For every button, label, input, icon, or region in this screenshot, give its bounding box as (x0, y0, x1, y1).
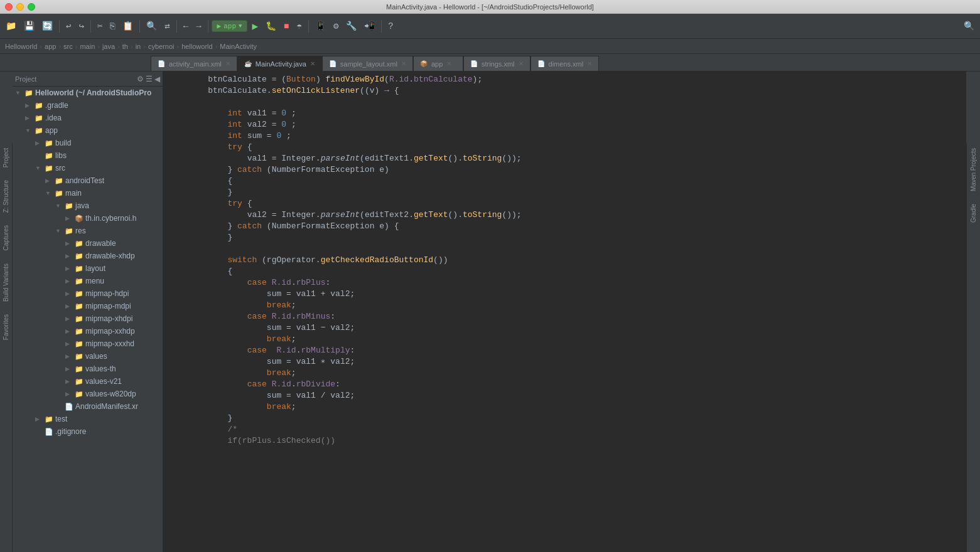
tree-build[interactable]: ▶ 📁 build (13, 137, 163, 149)
tree-drawable-xhdp[interactable]: ▶ 📁 drawable-xhdp (13, 250, 163, 262)
tree-src[interactable]: ▼ 📁 src (13, 162, 163, 174)
tree-values-w820dp[interactable]: ▶ 📁 values-w820dp (13, 388, 163, 400)
toolbar-file-icon[interactable]: 📁 (3, 18, 19, 35)
sidebar-item-structure[interactable]: Z: Structure (3, 180, 9, 213)
bc-cybernoi[interactable]: cybernoi (148, 43, 175, 50)
toolbar-cut-icon[interactable]: ✂ (94, 18, 105, 35)
toolbar-copy-icon[interactable]: ⎘ (107, 18, 118, 35)
tree-mipmap-hdpi[interactable]: ▶ 📁 mipmap-hdpi (13, 287, 163, 300)
toolbar-paste-icon[interactable]: 📋 (119, 18, 136, 35)
code-line: val1 = Integer.parseInt(editText1.getTex… (163, 153, 966, 164)
toolbar-undo-icon[interactable]: ↩ (63, 18, 74, 35)
tree-main[interactable]: ▼ 📁 main (13, 187, 163, 199)
bc-th[interactable]: th (122, 43, 128, 50)
sidebar-item-build-variants[interactable]: Build Variants (3, 263, 9, 302)
sidebar-item-captures[interactable]: Captures (3, 225, 9, 251)
toolbar-save-icon[interactable]: 💾 (21, 18, 38, 35)
tree-mipmap-mdpi[interactable]: ▶ 📁 mipmap-mdpi (13, 300, 163, 312)
tree-menu[interactable]: ▶ 📁 menu (13, 275, 163, 287)
toolbar-redo-icon[interactable]: ↪ (75, 18, 87, 35)
stop-button[interactable]: ■ (281, 18, 292, 35)
bc-helloworld2[interactable]: helloworld (181, 43, 213, 50)
close-tab-app[interactable]: ✕ (446, 60, 451, 67)
sidebar-layout-icon[interactable]: ☰ (146, 75, 153, 83)
tree-gradle[interactable]: ▶ 📁 .gradle (13, 99, 163, 112)
code-line: } catch (NumberFormatException e) { (163, 221, 966, 232)
bc-in[interactable]: in (136, 43, 141, 50)
tree-java[interactable]: ▼ 📁 java (13, 199, 163, 212)
bc-java[interactable]: java (102, 43, 115, 50)
help-button[interactable]: ? (385, 18, 396, 35)
sidebar-item-maven[interactable]: Maven Projects (970, 148, 977, 191)
tree-layout[interactable]: ▶ 📁 layout (13, 262, 163, 275)
window-controls (5, 3, 35, 11)
toolbar-replace-icon[interactable]: ⇄ (161, 18, 173, 35)
sidebar-item-gradle[interactable]: Gradle (970, 204, 977, 223)
coverage-button[interactable]: ☂ (293, 18, 304, 35)
sidebar-gear-icon[interactable]: ⚙ (137, 75, 144, 83)
tab-app[interactable]: 📦 app ✕ (413, 56, 463, 71)
code-editor[interactable]: btnCalculate = (Button) findViewById(R.i… (163, 72, 966, 552)
sidebar-title: Project (15, 75, 36, 83)
sidebar-header: Project ⚙ ☰ ◀ (13, 72, 163, 87)
code-line: int val2 = 0 ; (163, 119, 966, 130)
toolbar-forward-icon[interactable]: → (193, 18, 204, 35)
close-tab-activity-main[interactable]: ✕ (225, 60, 230, 67)
tree-gitignore[interactable]: 📄 .gitignore (13, 425, 163, 438)
toolbar-sync-icon[interactable]: 🔄 (39, 18, 56, 35)
toolbar-find-icon[interactable]: 🔍 (143, 18, 160, 35)
tree-app[interactable]: ▼ 📁 app (13, 124, 163, 137)
bc-app[interactable]: app (45, 43, 56, 50)
toolbar-back-icon[interactable]: ← (180, 18, 191, 35)
tree-values-v21[interactable]: ▶ 📁 values-v21 (13, 375, 163, 388)
code-content: btnCalculate = (Button) findViewById(R.i… (163, 72, 966, 449)
sdk-button[interactable]: ⚙ (330, 18, 342, 35)
run-button[interactable]: ▶ (249, 18, 261, 35)
search-everywhere-button[interactable]: 🔍 (961, 18, 977, 35)
tab-sample-layout-xml[interactable]: 📄 sample_layout.xml ✕ (322, 56, 413, 71)
bc-main[interactable]: main (80, 43, 95, 50)
tree-libs[interactable]: 📁 libs (13, 149, 163, 162)
tree-root[interactable]: ▼ 📁 Helloworld (~/ AndroidStudioPro (13, 87, 163, 99)
bc-helloworld[interactable]: Helloworld (5, 43, 37, 50)
code-line: } catch (NumberFormatException e) (163, 164, 966, 176)
sidebar-item-project[interactable]: Project (3, 148, 9, 167)
sidebar-item-favorites[interactable]: Favorites (3, 314, 9, 340)
tree-mipmap-xxxhd[interactable]: ▶ 📁 mipmap-xxxhd (13, 337, 163, 350)
avd-button[interactable]: 📱 (312, 18, 329, 35)
close-tab-dimens[interactable]: ✕ (587, 60, 592, 67)
tab-activity-main-xml[interactable]: 📄 activity_main.xml ✕ (151, 56, 237, 71)
run-config-dropdown[interactable]: ▶app▼ (212, 20, 248, 32)
debug-button[interactable]: 🐛 (262, 18, 279, 35)
tree-values[interactable]: ▶ 📁 values (13, 350, 163, 363)
separator-5 (208, 20, 208, 33)
close-tab-sample-layout[interactable]: ✕ (401, 60, 406, 67)
bc-src[interactable]: src (63, 43, 73, 50)
close-tab-mainactivity[interactable]: ✕ (310, 60, 315, 67)
tree-values-th[interactable]: ▶ 📁 values-th (13, 363, 163, 375)
separator-3 (139, 20, 140, 33)
tab-mainactivity-java[interactable]: ☕ MainActivity.java ✕ (237, 56, 322, 71)
bc-mainactivity[interactable]: MainActivity (220, 43, 257, 50)
tab-strings-xml[interactable]: 📄 strings.xml ✕ (463, 56, 530, 71)
separator-1 (59, 20, 60, 33)
tree-androidtest[interactable]: ▶ 📁 androidTest (13, 174, 163, 187)
tree-test[interactable]: ▶ 📁 test (13, 413, 163, 425)
maximize-button[interactable] (28, 3, 35, 11)
minimize-button[interactable] (16, 3, 24, 11)
tree-mipmap-xhdpi[interactable]: ▶ 📁 mipmap-xhdpi (13, 312, 163, 325)
tab-dimens-xml[interactable]: 📄 dimens.xml ✕ (530, 56, 600, 71)
tree-androidmanifest[interactable]: 📄 AndroidManifest.xr (13, 400, 163, 413)
device-manager-button[interactable]: 📲 (361, 18, 378, 35)
breadcrumb: Helloworld › app › src › main › java › t… (0, 39, 980, 54)
tree-res[interactable]: ▼ 📁 res (13, 225, 163, 237)
tree-drawable[interactable]: ▶ 📁 drawable (13, 237, 163, 250)
sync-project-button[interactable]: 🔧 (343, 18, 360, 35)
tree-idea[interactable]: ▶ 📁 .idea (13, 112, 163, 124)
close-tab-strings[interactable]: ✕ (519, 60, 524, 67)
sidebar-hide-icon[interactable]: ◀ (154, 75, 160, 83)
tree-package[interactable]: ▶ 📦 th.in.cybernoi.h (13, 212, 163, 225)
tree-mipmap-xxhdp[interactable]: ▶ 📁 mipmap-xxhdp (13, 325, 163, 337)
close-button[interactable] (5, 3, 13, 11)
code-line: try { (163, 198, 966, 210)
